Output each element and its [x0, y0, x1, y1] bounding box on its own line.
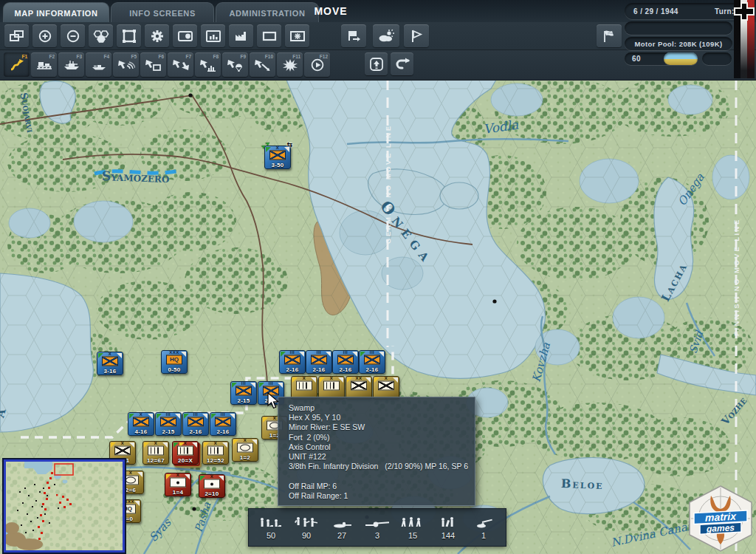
- naval-transport-icon[interactable]: F3: [58, 52, 84, 77]
- unit-counter[interactable]: III2-16: [332, 350, 359, 374]
- unit-counter[interactable]: X1=4: [165, 473, 191, 496]
- unit-symbol-inf: [188, 417, 204, 427]
- unit-symbol-inf-b: [114, 446, 131, 456]
- unit-strength-value: 2-16: [280, 366, 305, 373]
- jump-to-flag-icon[interactable]: [341, 24, 366, 47]
- bombard-icon[interactable]: F11: [277, 52, 303, 77]
- spacer-pill: [625, 21, 732, 35]
- victory-flag-icon[interactable]: [597, 24, 622, 47]
- artillery-icon: [472, 516, 495, 530]
- unit-counter[interactable]: X3-50➤➤⇆: [264, 146, 291, 169]
- stat-item: 1: [467, 516, 500, 540]
- tab-move[interactable]: MOVE: [301, 0, 360, 22]
- pennant-flag-icon[interactable]: [404, 24, 429, 47]
- assault-troops-icon: [294, 516, 319, 530]
- air-superiority-icon[interactable]: F7: [168, 52, 193, 77]
- unit-size-label: XX: [346, 376, 371, 380]
- air-recon-icon[interactable]: F5: [113, 52, 139, 77]
- rail-transport-icon[interactable]: F2: [31, 52, 57, 77]
- unit-size-label: X: [199, 474, 224, 479]
- city-stats-icon[interactable]: [201, 24, 225, 47]
- air-drop-icon[interactable]: F9: [222, 52, 248, 77]
- date-turn-display: 6 / 29 / 1944 Turn: 2: [625, 3, 750, 19]
- tooltip-line: Hex X 95, Y 10: [289, 413, 475, 423]
- unit-size-label: X: [110, 441, 135, 445]
- unit-counter[interactable]: III2-16: [182, 412, 209, 436]
- unit-strength-value: 1=4: [165, 489, 190, 496]
- upload-icon[interactable]: [365, 52, 388, 75]
- unit-counter[interactable]: III2-16: [306, 350, 332, 374]
- map-options-icon[interactable]: [285, 24, 309, 47]
- zoom-in-icon[interactable]: [32, 24, 57, 47]
- tooltip-line: Fort 2 (0%): [289, 433, 475, 442]
- unit-counter[interactable]: III2-16: [279, 350, 306, 374]
- hex-info-tooltip: SwampHex X 95, Y 10Minor River: E SE SWF…: [278, 397, 475, 506]
- unit-counter[interactable]: III2-15: [230, 381, 257, 405]
- unit-symbol-inf-b: [378, 381, 394, 391]
- unit-counter[interactable]: X2=10: [199, 474, 225, 498]
- unit-strength-value: 2-16: [210, 428, 236, 435]
- select-area-icon[interactable]: [117, 24, 141, 47]
- unit-size-label: III: [333, 350, 358, 355]
- unit-symbol-inf: [364, 355, 380, 365]
- unit-symbol-oval: [237, 443, 253, 453]
- unit-symbol-inf: [236, 386, 252, 396]
- tab-info-screens[interactable]: INFO SCREENS: [111, 2, 214, 23]
- unit-symbol-hq: HQ: [166, 355, 182, 365]
- matrix-games-logo: matrix games: [689, 485, 752, 552]
- tooltip-line: UNIT #122: [289, 452, 475, 462]
- air-transport-icon[interactable]: F10: [250, 52, 275, 77]
- weather-thumbnail[interactable]: [664, 52, 698, 65]
- unit-counter[interactable]: X12=52: [202, 441, 229, 465]
- unit-counter[interactable]: X4-16: [128, 412, 154, 436]
- unit-size-label: X: [165, 473, 190, 477]
- unit-counter[interactable]: XXXHQ0-50: [161, 350, 188, 374]
- stat-item: 50: [255, 516, 287, 540]
- unit-counter[interactable]: III2-16: [359, 350, 385, 374]
- unit-size-label: III: [306, 350, 331, 355]
- unit-size-label: X: [292, 376, 317, 380]
- unit-counter[interactable]: III2-16: [210, 412, 236, 436]
- industry-icon[interactable]: [229, 24, 253, 47]
- unit-size-label: X: [319, 376, 344, 380]
- zoom-out-icon[interactable]: [61, 24, 85, 47]
- overlap-windows-icon[interactable]: [4, 24, 29, 47]
- end-turn-icon[interactable]: F12: [304, 52, 330, 77]
- unit-size-label: XXX: [162, 350, 187, 355]
- swap-arrows-icon: ⇆: [286, 141, 292, 148]
- unit-strength-value: 12=67: [143, 457, 168, 464]
- unit-counter[interactable]: III2-15: [155, 412, 182, 436]
- unit-symbol-bars: [177, 446, 193, 456]
- unit-counter[interactable]: X20=X: [172, 441, 199, 465]
- air-transfer-icon[interactable]: F6: [140, 52, 166, 77]
- unit-counter[interactable]: X1=2: [232, 438, 258, 462]
- region-box-icon[interactable]: [257, 24, 281, 47]
- bomb-city-icon[interactable]: F8: [195, 52, 221, 77]
- unit-strength-value: 3-16: [97, 368, 123, 375]
- unit-size-label: X: [233, 438, 258, 442]
- tab-map-information[interactable]: MAP INFORMATION: [3, 2, 109, 23]
- unit-strength-value: 4-16: [128, 428, 154, 435]
- minimap[interactable]: [4, 459, 125, 553]
- unit-size-label: III: [280, 350, 305, 355]
- undo-icon[interactable]: [391, 52, 413, 75]
- tooltip-line: Swamp: [289, 403, 475, 413]
- unit-symbol-bars: [323, 381, 340, 391]
- unit-strength-value: 2-16: [306, 366, 331, 373]
- amphibious-icon[interactable]: F4: [86, 52, 111, 77]
- unit-composition-panel: 50 90 27 3 15 144 1: [248, 508, 506, 547]
- spacer-pill-2: [702, 52, 732, 65]
- unit-counter[interactable]: X12=67: [142, 441, 169, 465]
- unit-symbol-dot: [204, 479, 220, 489]
- hex-stack-icon[interactable]: [89, 24, 113, 47]
- weather-icon[interactable]: [373, 24, 399, 47]
- unit-symbol-bars: [148, 446, 164, 456]
- unit-size-label: X: [173, 441, 198, 445]
- unit-counters-icon[interactable]: [173, 24, 197, 47]
- unit-size-label: X: [203, 441, 228, 445]
- settings-gear-icon[interactable]: [145, 24, 169, 47]
- stat-item: 3: [361, 516, 394, 540]
- stat-item: 27: [326, 516, 358, 540]
- move-mode-icon[interactable]: F1: [4, 52, 30, 77]
- unit-counter[interactable]: X3-16: [97, 352, 123, 375]
